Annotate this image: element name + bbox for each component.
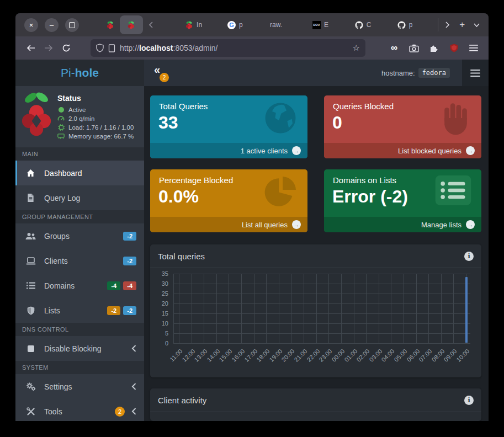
summary-cards: Total Queries 33 1 active clients → Quer… <box>150 95 481 232</box>
google-icon: G <box>227 21 236 29</box>
card-value: Error (-2) <box>324 185 481 207</box>
tab-title: E <box>324 21 328 29</box>
card-value: 0.0% <box>150 185 307 207</box>
back-button[interactable] <box>22 44 40 52</box>
sidebar-item-query-log[interactable]: Query Log <box>15 185 144 210</box>
panel-title: Total queries <box>158 252 205 261</box>
pihole-icon <box>106 21 114 29</box>
github-icon <box>397 21 406 29</box>
status-row-load: Load: 1.76 / 1.16 / 1.00 <box>57 123 134 132</box>
sidebar-item-dashboard[interactable]: Dashboard <box>15 161 144 185</box>
pihole-menu-button[interactable] <box>462 60 489 86</box>
sidebar-item-label: Tools <box>44 407 62 416</box>
url-bar[interactable]: http://localhost:8053/admin/ ☆ <box>91 39 365 57</box>
panel-title: Client activity <box>158 396 206 405</box>
sidebar-item-label: Query Log <box>44 194 80 202</box>
lists-allow-badge: -2 <box>107 306 120 315</box>
card-value: 0 <box>324 111 481 133</box>
card-value: 33 <box>150 111 307 133</box>
status-panel: Status Active 2.0 q/min Load: 1.76 / 1.1… <box>15 86 144 147</box>
client-activity-panel: Client activity i <box>150 388 481 421</box>
new-tab-button[interactable]: + <box>455 19 469 30</box>
browser-menu-icon[interactable] <box>465 45 482 51</box>
sidebar-section-dns-control: DNS CONTROL <box>15 323 144 336</box>
hostname-label: hostname: <box>381 69 415 77</box>
reload-button[interactable] <box>57 44 75 52</box>
tab-google[interactable]: G p <box>223 15 266 34</box>
extensions-puzzle-icon[interactable] <box>426 44 442 52</box>
stop-icon <box>17 345 44 353</box>
memory-icon <box>57 134 65 139</box>
tab-pinned-pihole[interactable] <box>101 15 119 34</box>
window-maximize-button[interactable] <box>65 18 79 32</box>
chart-plot <box>173 274 470 343</box>
scroll-tabs-left-icon[interactable] <box>144 22 158 28</box>
arrow-circle-icon: → <box>466 220 475 229</box>
tab-github-2[interactable]: p <box>393 15 436 34</box>
laptop-icon <box>17 257 44 265</box>
domains-allowed-badge: -4 <box>107 281 120 290</box>
window-minimize-button[interactable]: – <box>45 18 59 32</box>
tab-github-1[interactable]: C <box>351 15 393 34</box>
blocked-queries-link[interactable]: List blocked queries → <box>324 143 481 158</box>
pihole-icon <box>185 21 193 29</box>
privacy-extension-icon[interactable]: ∞ <box>386 42 402 54</box>
sidebar-item-clients[interactable]: Clients -2 <box>15 248 144 273</box>
github-icon <box>355 21 363 29</box>
card-footer-label: List all queries <box>242 221 288 229</box>
maximize-icon <box>69 22 75 28</box>
list-tabs-button[interactable] <box>470 23 484 27</box>
card-queries-blocked: Queries Blocked 0 List blocked queries → <box>324 95 481 158</box>
screenshot-camera-icon[interactable] <box>406 44 422 52</box>
pihole-logo[interactable]: Pi-hole <box>15 60 144 86</box>
file-icon <box>17 194 44 202</box>
gears-icon <box>17 382 44 391</box>
status-info: Status Active 2.0 q/min Load: 1.76 / 1.1… <box>57 92 134 144</box>
forward-button[interactable] <box>40 44 57 52</box>
sidebar-collapse-button[interactable]: « <box>154 63 160 76</box>
sidebar-item-tools[interactable]: Tools 2 <box>15 399 144 421</box>
manage-lists-link[interactable]: Manage lists → <box>324 217 481 232</box>
ublock-origin-icon[interactable] <box>445 44 462 52</box>
page-info-icon[interactable] <box>108 44 115 52</box>
sidebar-section-system: SYSTEM <box>15 361 144 374</box>
tab-pihole-install[interactable]: In <box>181 15 223 34</box>
sidebar-item-domains[interactable]: Domains -4 -4 <box>15 273 144 298</box>
client-activity-chart <box>150 412 481 421</box>
window-close-button[interactable]: × <box>24 18 38 32</box>
cpu-icon <box>57 124 65 131</box>
sidebar-item-label: Domains <box>44 281 75 290</box>
card-footer-label: 1 active clients <box>241 147 288 155</box>
tab-active-pihole[interactable] <box>120 15 143 34</box>
sidebar-item-disable-blocking[interactable]: Disable Blocking <box>15 336 144 361</box>
dou-icon: DOU <box>312 21 321 29</box>
tracking-shield-icon[interactable] <box>96 44 104 52</box>
browser-window: × – In G p raw. DOU E C <box>15 13 489 421</box>
info-icon[interactable]: i <box>464 252 474 261</box>
sidebar-item-settings[interactable]: Settings <box>15 374 144 399</box>
status-row-rate: 2.0 q/min <box>57 114 134 123</box>
sidebar-item-label: Settings <box>44 382 72 391</box>
card-label: Percentage Blocked <box>150 169 307 185</box>
update-count-badge: 2 <box>160 73 169 82</box>
sidebar-item-lists[interactable]: Lists -2 -2 <box>15 298 144 323</box>
arrow-circle-icon: → <box>292 146 301 155</box>
logo-suffix: hole <box>75 66 99 79</box>
active-clients-link[interactable]: 1 active clients → <box>150 143 307 158</box>
hostname-display: hostname:fedora <box>381 68 462 78</box>
bookmark-star-icon[interactable]: ☆ <box>353 43 360 53</box>
top-navbar: « 2 hostname:fedora <box>144 60 462 86</box>
sidebar-section-main: MAIN <box>15 147 144 161</box>
main-content: Total Queries 33 1 active clients → Quer… <box>144 86 489 421</box>
domains-denied-badge: -4 <box>123 281 136 290</box>
sidebar-item-groups[interactable]: Groups -2 <box>15 223 144 248</box>
scroll-tabs-right-icon[interactable] <box>441 22 455 28</box>
tab-docker-hub[interactable]: DOU E <box>308 15 351 34</box>
info-icon[interactable]: i <box>464 396 474 405</box>
tab-raw[interactable]: raw. <box>266 15 308 34</box>
url-text[interactable]: http://localhost:8053/admin/ <box>120 44 217 52</box>
total-queries-chart: 35302520151050 11:0012:0013:0014:0015:00… <box>153 268 478 377</box>
all-queries-link[interactable]: List all queries → <box>150 217 307 232</box>
pihole-raspberry-logo <box>21 92 52 139</box>
tab-title: In <box>197 21 202 29</box>
